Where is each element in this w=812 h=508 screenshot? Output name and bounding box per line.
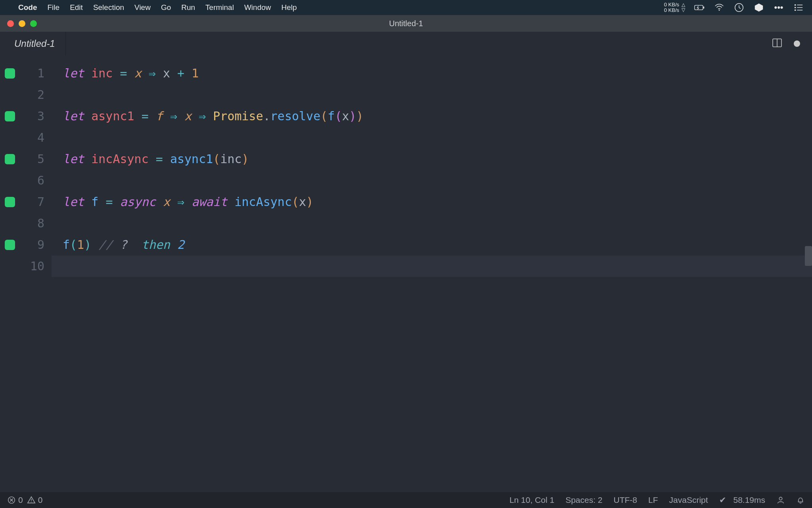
line-number: 4 — [20, 127, 44, 148]
line-number: 8 — [20, 213, 44, 234]
code-line[interactable] — [52, 170, 812, 191]
code-line[interactable] — [52, 213, 812, 234]
line-number: 9 — [20, 234, 44, 256]
token-paren: ) — [242, 152, 249, 166]
token-func: f — [327, 109, 335, 123]
status-eol[interactable]: LF — [648, 495, 658, 505]
tab-label: Untitled-1 — [14, 38, 55, 49]
scrollbar-thumb[interactable] — [805, 246, 812, 266]
status-errors[interactable]: 0 — [7, 495, 23, 505]
token-ident: incAsync — [91, 152, 149, 166]
svg-point-2 — [719, 10, 720, 11]
gutter-marks — [0, 56, 20, 492]
code-line[interactable] — [52, 256, 812, 277]
line-number: 5 — [20, 148, 44, 170]
menubar-item-go[interactable]: Go — [161, 3, 171, 12]
clock-icon[interactable] — [733, 2, 745, 13]
status-warnings-count: 0 — [38, 495, 43, 505]
status-encoding[interactable]: UTF-8 — [614, 495, 638, 505]
status-errors-count: 0 — [18, 495, 23, 505]
menubar-item-run[interactable]: Run — [181, 3, 195, 12]
svg-rect-1 — [703, 7, 704, 9]
token-paren: ( — [213, 152, 220, 166]
status-language[interactable]: JavaScript — [669, 495, 708, 505]
token-ident: async1 — [91, 109, 134, 123]
statusbar: 0 0 Ln 10, Col 1 Spaces: 2 UTF-8 LF Java… — [0, 492, 812, 508]
menubar-item-view[interactable]: View — [134, 3, 151, 12]
code-line[interactable]: let async1 = f ⇒ x ⇒ Promise.resolve(f(x… — [52, 106, 812, 127]
status-quokka-timing[interactable]: ✔ 58.19ms — [719, 495, 765, 505]
quokka-cover-icon — [5, 197, 15, 207]
net-down: 0 KB/s — [664, 8, 679, 13]
quokka-cover-icon — [5, 154, 15, 164]
token-class: Promise — [213, 109, 263, 123]
token-num: 1 — [192, 66, 199, 80]
menubar-item-file[interactable]: File — [48, 3, 60, 12]
code-line[interactable] — [52, 127, 812, 148]
line-numbers: 12345678910 — [20, 56, 52, 492]
code-line[interactable]: f(1) // ? then 2 — [52, 234, 812, 256]
token-func: incAsync — [235, 195, 292, 209]
menubar-app[interactable]: Code — [18, 3, 37, 12]
gutter-mark — [0, 106, 20, 127]
token-op: ⇒ — [199, 109, 206, 123]
menubar-item-terminal[interactable]: Terminal — [205, 3, 234, 12]
line-number: 2 — [20, 84, 44, 106]
svg-point-8 — [795, 10, 796, 11]
tab-dirty-indicator[interactable] — [794, 40, 800, 47]
split-editor-icon[interactable] — [772, 37, 783, 50]
token-paren: ) — [306, 195, 313, 209]
token-op: = — [120, 66, 127, 80]
menu-list-icon[interactable] — [793, 2, 804, 13]
status-spaces[interactable]: Spaces: 2 — [565, 495, 602, 505]
token-comment: // — [98, 238, 113, 252]
status-warnings[interactable]: 0 — [27, 495, 43, 505]
token-op: ⇒ — [177, 195, 184, 209]
code-line[interactable]: let f = async x ⇒ await incAsync(x) — [52, 191, 812, 213]
editor[interactable]: 12345678910 let inc = x ⇒ x + 1let async… — [0, 56, 812, 492]
svg-rect-0 — [695, 5, 703, 10]
wifi-icon[interactable] — [714, 2, 725, 13]
status-ln-col[interactable]: Ln 10, Col 1 — [509, 495, 554, 505]
tab-untitled-1[interactable]: Untitled-1 — [4, 32, 66, 56]
token-kw2: await — [192, 195, 227, 209]
line-number: 1 — [20, 63, 44, 84]
line-number: 6 — [20, 170, 44, 191]
quokka-cover-icon — [5, 111, 15, 121]
token-kw: let — [63, 152, 84, 166]
token-paren: ) — [356, 109, 364, 123]
menubar-item-window[interactable]: Window — [244, 3, 271, 12]
menubar-item-selection[interactable]: Selection — [93, 3, 124, 12]
token-num: 1 — [77, 238, 84, 252]
line-number: 10 — [20, 256, 44, 277]
menubar-item-edit[interactable]: Edit — [70, 3, 83, 12]
gutter-mark — [0, 148, 20, 170]
battery-charging-icon[interactable] — [694, 2, 705, 13]
token-kw: let — [63, 195, 84, 209]
check-icon: ✔ — [719, 495, 726, 505]
token-kw: let — [63, 66, 84, 80]
token-op: = — [156, 152, 163, 166]
token-paren: ( — [292, 195, 299, 209]
token-quokka-num: 2 — [177, 238, 184, 252]
code-line[interactable]: let inc = x ⇒ x + 1 — [52, 63, 812, 84]
gutter-mark — [0, 127, 20, 148]
status-account-icon[interactable] — [776, 496, 785, 504]
network-stats: 0 KB/s 0 KB/s △ ▽ — [664, 2, 685, 13]
code-line[interactable] — [52, 84, 812, 106]
token-paren: ( — [320, 109, 327, 123]
gutter-mark — [0, 213, 20, 234]
status-bell-icon[interactable] — [796, 496, 805, 504]
gutter-mark — [0, 170, 20, 191]
token-op: ⇒ — [149, 66, 156, 80]
line-number: 3 — [20, 106, 44, 127]
mac-menubar: Code File Edit Selection View Go Run Ter… — [0, 0, 812, 15]
token-paren3: ( — [70, 238, 77, 252]
code-line[interactable]: let incAsync = async1(inc) — [52, 148, 812, 170]
menubar-item-help[interactable]: Help — [282, 3, 297, 12]
ellipsis-icon[interactable]: ••• — [773, 2, 784, 13]
cube-icon[interactable] — [753, 2, 764, 13]
token-param: x — [184, 109, 192, 123]
code-area[interactable]: let inc = x ⇒ x + 1let async1 = f ⇒ x ⇒ … — [52, 56, 812, 492]
token-paren2: ) — [349, 109, 356, 123]
